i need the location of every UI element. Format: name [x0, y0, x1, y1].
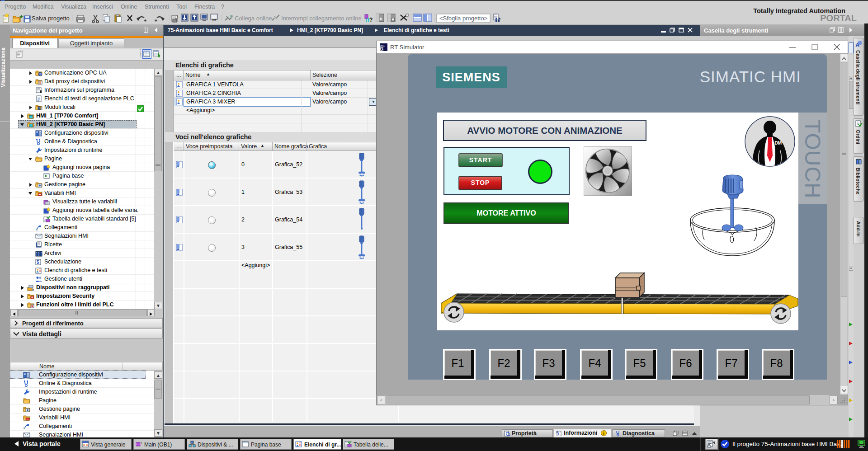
svg-text:<Sfoglia progetto>: <Sfoglia progetto>: [439, 15, 487, 22]
svg-text:DM: DM: [775, 141, 782, 146]
svg-text:RT: RT: [212, 19, 217, 22]
svg-text:A: A: [855, 42, 860, 48]
svg-text:RT: RT: [381, 48, 385, 51]
svg-text:?: ?: [369, 17, 373, 23]
svg-text:inC: inC: [380, 44, 385, 47]
